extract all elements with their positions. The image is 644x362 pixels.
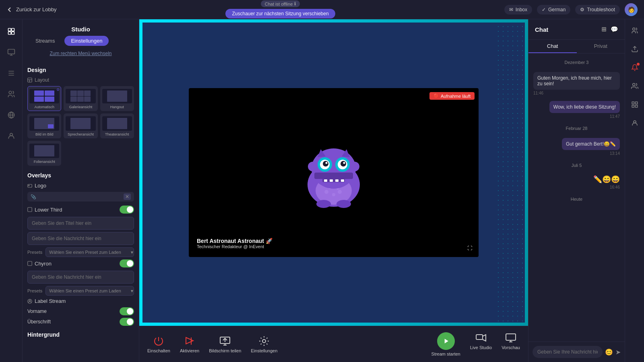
svg-point-35 bbox=[350, 162, 359, 171]
vorname-toggle[interactable] bbox=[120, 307, 134, 315]
layout-folien[interactable]: Folienansicht bbox=[27, 141, 61, 166]
right-icon-upload[interactable] bbox=[628, 43, 641, 56]
right-icon-audience[interactable] bbox=[628, 80, 641, 93]
svg-rect-3 bbox=[11, 32, 14, 35]
layout-auto[interactable]: ⚙ Automatisch bbox=[27, 86, 61, 111]
svg-point-29 bbox=[341, 161, 346, 167]
svg-point-45 bbox=[262, 339, 266, 343]
layout-theater[interactable]: Theateransicht bbox=[100, 113, 134, 138]
studio-body: Design Layout ⚙ Automatisch Galerieansic… bbox=[23, 61, 139, 362]
right-icon-people[interactable] bbox=[628, 24, 641, 37]
chat-emoji-icon[interactable]: 😊 bbox=[605, 348, 613, 356]
svg-point-34 bbox=[308, 162, 318, 171]
overlays-title: Overlays bbox=[27, 172, 134, 179]
svg-point-22 bbox=[312, 148, 356, 189]
presenter-title: Technischer Redakteur @ InEvent bbox=[197, 244, 272, 249]
logo-input[interactable] bbox=[38, 194, 122, 199]
recording-badge[interactable]: 🔴 Aufnahme läuft bbox=[429, 92, 475, 100]
layout-gallery[interactable]: Galerieansicht bbox=[64, 86, 97, 111]
live-studio-button[interactable]: Live Studio bbox=[470, 332, 492, 356]
right-icon-grid[interactable] bbox=[628, 98, 641, 111]
layout-grid: ⚙ Automatisch Galerieansicht Hangout bbox=[27, 86, 134, 166]
tab-privat[interactable]: Privat bbox=[577, 40, 625, 53]
einschalten-button[interactable]: Einschalten bbox=[147, 335, 170, 353]
back-button[interactable]: Zurück zur Lobby bbox=[6, 6, 56, 13]
right-icon-person[interactable] bbox=[628, 117, 641, 130]
logo-label: Logo bbox=[27, 183, 46, 189]
lower-third-row: Lower Third bbox=[27, 206, 134, 214]
chat-expand-icon[interactable]: ⊞ bbox=[601, 26, 607, 33]
fullscreen-button[interactable]: ⛶ bbox=[464, 243, 475, 254]
layout-hangout[interactable]: Hangout bbox=[100, 86, 134, 111]
tab-chat[interactable]: Chat bbox=[528, 40, 577, 53]
tab-streams[interactable]: Streams bbox=[29, 36, 61, 46]
svg-rect-53 bbox=[635, 102, 637, 104]
chat-title: Chat bbox=[535, 26, 548, 33]
svg-rect-1 bbox=[11, 29, 14, 31]
video-background: Bert Astronaut Astronaut 🚀 Technischer R… bbox=[139, 19, 528, 326]
tab-settings[interactable]: Einstellungen bbox=[64, 36, 109, 46]
sidebar-icon-globe[interactable] bbox=[4, 108, 19, 122]
aktivieren-button[interactable]: Aktivieren bbox=[180, 335, 199, 353]
right-icon-notification[interactable] bbox=[628, 61, 641, 74]
chyron-input[interactable] bbox=[27, 271, 134, 284]
date-juli: Juli 5 bbox=[533, 163, 620, 168]
svg-rect-12 bbox=[28, 261, 32, 266]
chat-message-icon[interactable]: 💬 bbox=[611, 26, 618, 33]
move-attendees-button[interactable]: Zuschauer zur nächsten Sitzung verschieb… bbox=[225, 9, 335, 19]
lower-third-overlay: Bert Astronaut Astronaut 🚀 Technischer R… bbox=[197, 238, 272, 249]
right-icon-bar bbox=[625, 19, 644, 362]
language-button[interactable]: ✓ German bbox=[537, 5, 570, 14]
svg-point-10 bbox=[29, 185, 29, 186]
hintergrund-title: Hintergrund bbox=[27, 331, 134, 338]
date-dezember: Dezember 3 bbox=[533, 60, 620, 65]
svg-point-17 bbox=[324, 190, 328, 194]
chat-input-area: 😊 ➤ bbox=[528, 341, 625, 362]
share-screen-button[interactable]: Bildschirm teilen bbox=[209, 335, 241, 353]
chat-message-1: Guten Morgen, ich freue mich, hier zu se… bbox=[533, 72, 620, 95]
layout-label: Layout bbox=[27, 77, 134, 83]
lower-third-title-input[interactable] bbox=[27, 217, 134, 230]
avatar[interactable]: 🧑 bbox=[625, 3, 638, 16]
left-icon-bar bbox=[0, 19, 23, 362]
switch-menu-link[interactable]: Zum rechten Menü wechseln bbox=[23, 51, 139, 61]
layout-speaker[interactable]: Sprecheransicht bbox=[64, 113, 97, 138]
inbox-button[interactable]: ✉ Inbox bbox=[504, 5, 532, 14]
layout-pip[interactable]: Bild im Bild bbox=[27, 113, 61, 138]
troubleshoot-button[interactable]: ⚙ Troubleshoot bbox=[575, 5, 620, 14]
svg-rect-55 bbox=[635, 105, 637, 107]
svg-point-18 bbox=[332, 193, 335, 196]
lower-third-message-input[interactable] bbox=[27, 232, 134, 245]
einstellungen-button[interactable]: Einstellungen bbox=[251, 335, 277, 353]
chat-message-input[interactable] bbox=[533, 346, 603, 358]
svg-rect-23 bbox=[314, 173, 353, 179]
dots-decoration bbox=[496, 19, 528, 326]
lower-third-presets-select[interactable]: Wählen Sie einen Preset zum Laden bbox=[45, 247, 134, 257]
chyron-toggle[interactable] bbox=[120, 259, 134, 267]
chyron-presets-select[interactable]: Wählen Sie einen Preset zum Laden bbox=[45, 286, 134, 296]
stream-starten-button[interactable]: Stream starten bbox=[431, 332, 460, 356]
svg-point-41 bbox=[316, 200, 331, 208]
date-heute: Heute bbox=[533, 197, 620, 202]
sidebar-icon-user-settings[interactable] bbox=[4, 129, 19, 143]
logo-clear-button[interactable]: ✕ bbox=[124, 193, 131, 200]
logo-row: Logo bbox=[27, 183, 134, 189]
svg-rect-2 bbox=[8, 32, 11, 35]
lower-third-toggle[interactable] bbox=[120, 206, 134, 214]
chat-send-icon[interactable]: ➤ bbox=[615, 348, 621, 356]
svg-point-14 bbox=[29, 300, 31, 301]
sidebar-icon-menu[interactable] bbox=[4, 24, 19, 39]
svg-rect-8 bbox=[28, 78, 32, 82]
date-februar: Februar 28 bbox=[533, 126, 620, 131]
ueberschrift-toggle[interactable] bbox=[120, 318, 134, 326]
sidebar-icon-settings[interactable] bbox=[4, 66, 19, 80]
topbar-center: Chat ist offline ℹ Zuschauer zur nächste… bbox=[225, 0, 335, 19]
label-stream-label: Label Stream bbox=[27, 298, 66, 304]
svg-point-49 bbox=[632, 28, 635, 30]
vorschau-button[interactable]: Vorschau bbox=[502, 332, 520, 356]
sidebar-icon-display[interactable] bbox=[4, 45, 19, 60]
chyron-row: Chyron bbox=[27, 259, 134, 267]
sidebar-icon-people[interactable] bbox=[4, 87, 19, 101]
video-area: Bert Astronaut Astronaut 🚀 Technischer R… bbox=[139, 19, 528, 326]
svg-rect-37 bbox=[324, 179, 327, 182]
